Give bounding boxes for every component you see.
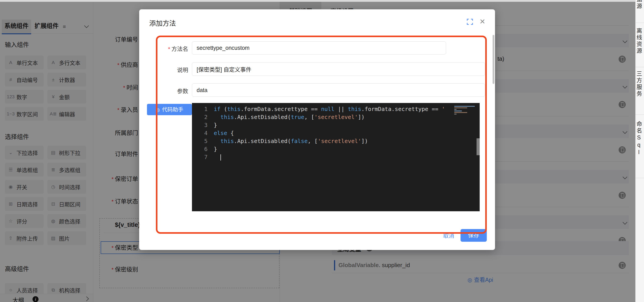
tab-named-sql[interactable]: 命名Sql xyxy=(636,115,644,178)
strip-empty-area xyxy=(636,178,644,302)
code-line: 3} xyxy=(192,121,480,129)
resource-tab-strip: 据源 离线资源 三方服务 命名Sql xyxy=(635,0,644,302)
cancel-button[interactable]: 取消 xyxy=(441,231,456,240)
method-name-label: *方法名 xyxy=(139,44,188,52)
dialog-title: 添加方法 xyxy=(149,18,176,27)
minimap[interactable] xyxy=(453,104,476,120)
description-input[interactable] xyxy=(192,62,485,76)
description-label: 说明 xyxy=(139,66,188,74)
editor-scrollbar[interactable] xyxy=(476,138,480,155)
tab-third-party-services[interactable]: 三方服务 xyxy=(636,67,644,115)
params-label: 参数 xyxy=(139,87,188,95)
add-method-dialog: 添加方法 ✕ *方法名 说明 参数 ◎代码助手 1if (this.formDa… xyxy=(139,9,495,250)
code-line: 2 this.Api.setDisabled(true, ['secretlev… xyxy=(192,113,480,121)
tab-data-source[interactable]: 据源 xyxy=(636,0,644,23)
code-line: 1if (this.formData.secrettype == null ||… xyxy=(192,105,480,113)
code-line: 4else { xyxy=(192,129,480,137)
modal-scrollbar[interactable] xyxy=(492,35,494,84)
code-line: 7 xyxy=(192,153,480,161)
code-editor[interactable]: 1if (this.formData.secrettype == null ||… xyxy=(192,103,480,211)
text-cursor xyxy=(220,154,221,160)
fullscreen-icon[interactable] xyxy=(467,19,473,25)
close-icon[interactable]: ✕ xyxy=(480,17,486,26)
method-name-input[interactable] xyxy=(192,41,446,54)
code-assistant-button[interactable]: ◎代码助手 xyxy=(147,104,192,115)
window-top-strip xyxy=(0,0,635,2)
code-line: 5 this.Api.setDisabled(false, ['secretle… xyxy=(192,137,480,145)
required-asterisk: * xyxy=(168,46,170,52)
params-input[interactable] xyxy=(192,83,485,97)
app-root: 系统组件 扩展组件 ≡ 输入组件 A 单行文本 A 多行文本 # 自动 xyxy=(0,0,644,302)
code-line: 6} xyxy=(192,145,480,153)
save-button[interactable]: 保存 xyxy=(460,229,487,242)
assistant-icon: ◎ xyxy=(156,107,160,113)
tab-offline-resources[interactable]: 离线资源 xyxy=(636,23,644,67)
